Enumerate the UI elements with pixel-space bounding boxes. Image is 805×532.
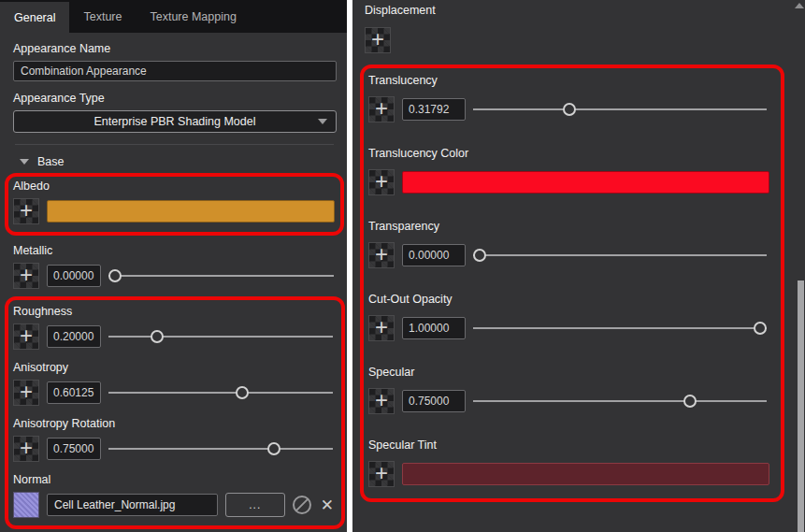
slider-track [108, 275, 334, 277]
disable-texture-icon[interactable] [293, 496, 311, 514]
metallic-label: Metallic [13, 244, 337, 257]
slider-track [473, 254, 767, 256]
scroll-up-arrow-icon[interactable] [795, 3, 804, 8]
appearance-name-input[interactable]: Combination Appearance [13, 61, 337, 81]
specular-value-input[interactable]: 0.75000 [402, 390, 466, 412]
slider-track [108, 448, 333, 450]
anisotropy-label: Anisotropy [13, 361, 336, 374]
slider-track [473, 108, 767, 110]
advanced-settings-panel: Displacement + Translucency + 0.31792 Tr… [352, 0, 805, 532]
translucency-color-add-texture-button[interactable]: + [368, 169, 395, 195]
albedo-color-swatch[interactable] [47, 200, 335, 223]
tab-general[interactable]: General [0, 2, 69, 33]
displacement-add-texture-button[interactable]: + [365, 27, 391, 53]
plus-icon: + [20, 437, 33, 459]
specular-tint-label: Specular Tint [368, 439, 769, 452]
roughness-slider[interactable] [108, 329, 333, 344]
anisotropy-rotation-label: Anisotropy Rotation [13, 417, 336, 430]
slider-track [108, 336, 333, 338]
plus-icon: + [20, 264, 33, 286]
appearance-type-label: Appearance Type [13, 92, 337, 105]
translucency-add-texture-button[interactable]: + [368, 96, 395, 122]
plus-icon: + [375, 462, 388, 484]
slider-track [473, 327, 767, 329]
appearance-type-dropdown[interactable]: Enterprise PBR Shading Model [13, 110, 337, 133]
cutout-opacity-slider[interactable] [473, 321, 767, 336]
translucency-slider-handle[interactable] [563, 103, 576, 116]
slider-track [473, 400, 767, 402]
vertical-scrollbar[interactable] [796, 0, 805, 532]
specular-add-texture-button[interactable]: + [368, 388, 395, 414]
appearance-name-label: Appearance Name [13, 42, 337, 55]
albedo-add-texture-button[interactable]: + [13, 198, 39, 224]
transparency-add-texture-button[interactable]: + [368, 242, 395, 268]
general-settings-panel: General Texture Texture Mapping Appearan… [0, 0, 347, 532]
cutout-opacity-add-texture-button[interactable]: + [368, 315, 395, 341]
cutout-opacity-slider-handle[interactable] [754, 322, 767, 335]
roughness-group-highlight-outline: Roughness + 0.20000 Anisotropy + 0.60125 [5, 296, 345, 529]
metallic-slider-handle[interactable] [108, 269, 122, 282]
cutout-opacity-label: Cut-Out Opacity [368, 293, 769, 306]
base-section-toggle[interactable]: Base [20, 155, 337, 168]
roughness-value-input[interactable]: 0.20000 [47, 325, 101, 348]
plus-icon: + [20, 324, 33, 347]
specular-tint-add-texture-button[interactable]: + [368, 461, 395, 487]
scrollbar-thumb[interactable] [798, 280, 804, 532]
normal-texture-thumbnail[interactable] [13, 492, 39, 518]
anisotropy-rotation-slider-handle[interactable] [267, 442, 280, 455]
roughness-label: Roughness [13, 305, 336, 318]
albedo-highlight-outline: Albedo + [5, 173, 344, 236]
specular-slider[interactable] [473, 394, 767, 409]
section-separator [15, 144, 334, 145]
anisotropy-add-texture-button[interactable]: + [13, 380, 39, 406]
metallic-slider[interactable] [108, 268, 334, 283]
slider-track [108, 392, 333, 394]
normal-label: Normal [13, 473, 336, 486]
anisotropy-rotation-value-input[interactable]: 0.75000 [47, 438, 101, 460]
albedo-label: Albedo [13, 180, 335, 193]
translucency-value-input[interactable]: 0.31792 [402, 98, 466, 121]
anisotropy-rotation-add-texture-button[interactable]: + [13, 436, 39, 462]
displacement-label: Displacement [365, 4, 805, 17]
remove-texture-icon[interactable]: ✕ [319, 497, 336, 513]
translucency-slider[interactable] [473, 102, 767, 117]
plus-icon: + [375, 389, 388, 411]
roughness-add-texture-button[interactable]: + [13, 324, 39, 350]
tab-texture[interactable]: Texture [69, 0, 136, 33]
plus-icon: + [371, 28, 384, 50]
transparency-label: Transparency [368, 220, 769, 233]
plus-icon: + [375, 170, 388, 193]
plus-icon: + [20, 199, 33, 222]
anisotropy-slider-handle[interactable] [236, 386, 249, 399]
translucency-label: Translucency [368, 74, 769, 87]
transparency-value-input[interactable]: 0.00000 [402, 244, 466, 266]
translucency-color-label: Translucency Color [368, 147, 769, 160]
normal-browse-button[interactable]: ... [225, 493, 285, 517]
plus-icon: + [20, 381, 33, 403]
anisotropy-slider[interactable] [108, 385, 333, 400]
transparency-slider-handle[interactable] [473, 249, 486, 262]
specular-tint-color-swatch[interactable] [402, 463, 769, 485]
tab-bar: General Texture Texture Mapping [0, 0, 347, 33]
appearance-type-value: Enterprise PBR Shading Model [93, 115, 255, 128]
base-section-label: Base [37, 155, 65, 168]
roughness-slider-handle[interactable] [151, 330, 164, 343]
specular-label: Specular [368, 366, 769, 379]
plus-icon: + [375, 243, 388, 266]
translucency-group-highlight-outline: Translucency + 0.31792 Translucency Colo… [360, 65, 784, 502]
metallic-add-texture-button[interactable]: + [13, 263, 39, 289]
plus-icon: + [375, 316, 388, 338]
metallic-value-input[interactable]: 0.00000 [47, 265, 101, 287]
transparency-slider[interactable] [473, 248, 767, 263]
plus-icon: + [375, 97, 388, 120]
translucency-color-swatch[interactable] [402, 171, 769, 194]
normal-filename-input[interactable]: Cell Leather_Normal.jpg [47, 494, 218, 516]
tab-texture-mapping[interactable]: Texture Mapping [136, 0, 250, 33]
chevron-down-icon [318, 119, 327, 124]
collapse-arrow-icon [20, 159, 29, 165]
cutout-opacity-value-input[interactable]: 1.00000 [402, 317, 466, 339]
specular-slider-handle[interactable] [683, 395, 697, 408]
anisotropy-value-input[interactable]: 0.60125 [47, 381, 101, 404]
anisotropy-rotation-slider[interactable] [108, 441, 333, 456]
